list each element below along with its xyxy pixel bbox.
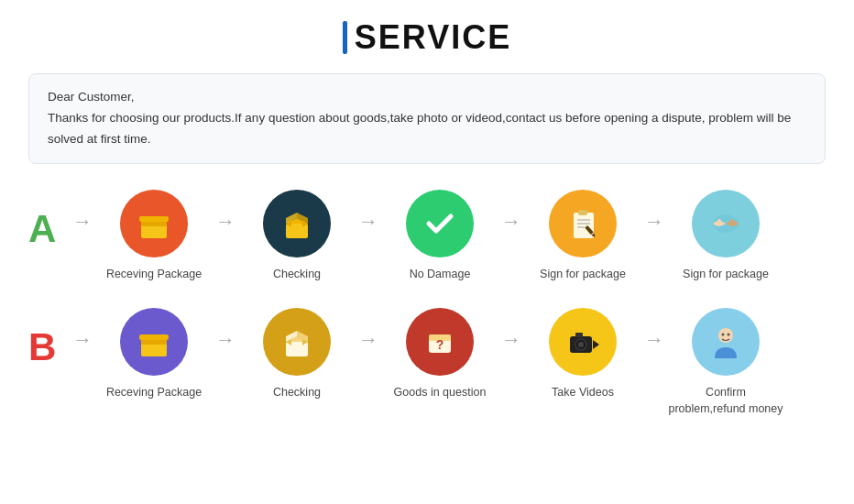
step-a3: No Damage [380, 190, 499, 283]
title-text: SERVICE [355, 18, 511, 57]
flow-row-a: A → Receving Package → [28, 190, 826, 283]
svg-point-43 [728, 334, 730, 336]
step-b3-icon: ? [406, 308, 474, 376]
step-a3-icon [406, 190, 474, 257]
row-b-label: B [28, 308, 61, 367]
arrow: → [358, 190, 378, 234]
step-a2: Checking [237, 190, 356, 283]
svg-point-42 [722, 334, 725, 336]
step-a1-icon [120, 190, 188, 257]
step-a2-label: Checking [273, 267, 321, 283]
flow-row-b: B → Receving Package → [28, 308, 826, 417]
info-line1: Dear Customer, [48, 87, 806, 108]
step-b2: Checking [237, 308, 356, 401]
step-b3: ? Goods in question [380, 308, 499, 401]
step-b5: Confirm problem,refund money [666, 308, 785, 417]
step-b1-label: Receving Package [106, 385, 202, 401]
step-a5-label: Sign for package [683, 267, 769, 283]
svg-marker-40 [593, 340, 599, 349]
step-b4: Take Videos [523, 308, 642, 401]
svg-rect-39 [575, 333, 583, 337]
info-line2: Thanks for choosing our products.If any … [48, 108, 806, 150]
step-a1-label: Receving Package [106, 267, 202, 283]
svg-rect-11 [574, 213, 594, 238]
svg-rect-25 [139, 334, 169, 340]
svg-point-38 [578, 342, 584, 347]
step-a5: Sign for package [666, 190, 785, 283]
svg-point-19 [717, 219, 721, 223]
arrow: → [215, 190, 235, 234]
step-a1: Receving Package [94, 190, 214, 283]
step-b2-icon [263, 308, 331, 376]
svg-rect-12 [578, 210, 587, 215]
step-a4-label: Sign for package [540, 267, 626, 283]
step-a4-icon [549, 190, 617, 257]
step-b1-icon [120, 308, 188, 376]
step-a5-icon [692, 190, 760, 257]
arrow: → [358, 308, 378, 352]
row-a-label: A [28, 190, 61, 248]
step-b4-label: Take Videos [552, 385, 614, 401]
row-a-steps: Receving Package → Checking → [94, 190, 826, 283]
arrow: → [72, 190, 93, 234]
info-box: Dear Customer, Thanks for choosing our p… [28, 73, 826, 164]
arrow: → [644, 308, 664, 352]
svg-text:?: ? [436, 337, 444, 352]
svg-point-20 [730, 219, 734, 223]
step-b5-label: Confirm problem,refund money [666, 385, 785, 417]
step-a3-label: No Damage [410, 267, 471, 283]
step-b2-label: Checking [273, 385, 321, 401]
step-a4: Sign for package [523, 190, 642, 283]
arrow: → [644, 190, 664, 234]
row-b-steps: Receving Package → Checking → [94, 308, 826, 417]
step-b3-label: Goods in question [394, 385, 487, 401]
arrow: → [501, 308, 521, 352]
page-title: SERVICE [343, 18, 511, 57]
step-b1: Receving Package [94, 308, 214, 401]
arrow: → [215, 308, 235, 352]
arrow: → [501, 190, 521, 234]
svg-rect-4 [139, 216, 169, 222]
step-a2-icon [263, 190, 331, 257]
step-b5-icon [692, 308, 760, 376]
title-accent-bar [343, 21, 347, 54]
arrow: → [72, 308, 93, 352]
step-b4-icon [549, 308, 617, 376]
